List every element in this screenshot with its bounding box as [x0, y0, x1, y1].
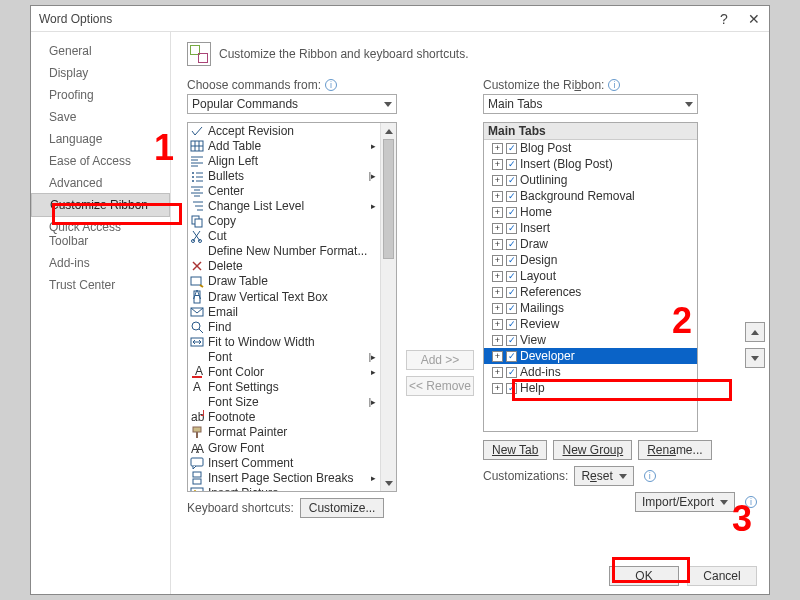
command-item[interactable]: Accept Revision: [188, 123, 380, 138]
sidebar-item-add-ins[interactable]: Add-ins: [31, 252, 170, 274]
tree-node-blog-post[interactable]: +✓Blog Post: [484, 140, 697, 156]
customize-keyboard-button[interactable]: Customize...: [300, 498, 385, 518]
command-item[interactable]: Cut: [188, 229, 380, 244]
checkbox[interactable]: ✓: [506, 287, 517, 298]
expand-icon[interactable]: +: [492, 383, 503, 394]
expand-icon[interactable]: +: [492, 239, 503, 250]
expand-icon[interactable]: +: [492, 207, 503, 218]
help-button[interactable]: ?: [709, 11, 739, 27]
checkbox[interactable]: ✓: [506, 351, 517, 362]
checkbox[interactable]: ✓: [506, 159, 517, 170]
expand-icon[interactable]: +: [492, 223, 503, 234]
sidebar-item-advanced[interactable]: Advanced: [31, 172, 170, 194]
expand-icon[interactable]: +: [492, 351, 503, 362]
scrollbar[interactable]: [380, 123, 396, 491]
command-item[interactable]: Draw Table: [188, 274, 380, 289]
add-button[interactable]: Add >>: [406, 350, 474, 370]
checkbox[interactable]: ✓: [506, 271, 517, 282]
command-item[interactable]: Insert Page Section Breaks▸: [188, 470, 380, 485]
sidebar-item-language[interactable]: Language: [31, 128, 170, 150]
command-item[interactable]: Add Table▸: [188, 138, 380, 153]
tree-node-background-removal[interactable]: +✓Background Removal: [484, 188, 697, 204]
cancel-button[interactable]: Cancel: [687, 566, 757, 586]
expand-icon[interactable]: +: [492, 159, 503, 170]
tree-node-add-ins[interactable]: +✓Add-ins: [484, 364, 697, 380]
tree-node-draw[interactable]: +✓Draw: [484, 236, 697, 252]
command-item[interactable]: ADraw Vertical Text Box: [188, 289, 380, 304]
move-up-button[interactable]: [745, 322, 765, 342]
expand-icon[interactable]: +: [492, 303, 503, 314]
checkbox[interactable]: ✓: [506, 223, 517, 234]
command-item[interactable]: Copy: [188, 214, 380, 229]
command-item[interactable]: ab1Footnote: [188, 410, 380, 425]
expand-icon[interactable]: +: [492, 287, 503, 298]
expand-icon[interactable]: +: [492, 367, 503, 378]
tree-node-layout[interactable]: +✓Layout: [484, 268, 697, 284]
expand-icon[interactable]: +: [492, 143, 503, 154]
reset-dropdown[interactable]: Reset: [574, 466, 633, 486]
checkbox[interactable]: ✓: [506, 255, 517, 266]
tree-node-developer[interactable]: +✓Developer: [484, 348, 697, 364]
choose-commands-dropdown[interactable]: Popular Commands: [187, 94, 397, 114]
command-item[interactable]: Format Painter: [188, 425, 380, 440]
remove-button[interactable]: << Remove: [406, 376, 474, 396]
command-item[interactable]: Define New Number Format...: [188, 244, 380, 259]
scroll-thumb[interactable]: [383, 139, 394, 259]
sidebar-item-general[interactable]: General: [31, 40, 170, 62]
tree-node-insert-blog-post-[interactable]: +✓Insert (Blog Post): [484, 156, 697, 172]
checkbox[interactable]: ✓: [506, 239, 517, 250]
command-item[interactable]: Delete: [188, 259, 380, 274]
sidebar-item-trust-center[interactable]: Trust Center: [31, 274, 170, 296]
commands-listbox[interactable]: Accept RevisionAdd Table▸Align LeftBulle…: [187, 122, 397, 492]
command-item[interactable]: Change List Level▸: [188, 198, 380, 213]
expand-icon[interactable]: +: [492, 271, 503, 282]
checkbox[interactable]: ✓: [506, 303, 517, 314]
tree-node-home[interactable]: +✓Home: [484, 204, 697, 220]
tree-node-view[interactable]: +✓View: [484, 332, 697, 348]
expand-icon[interactable]: +: [492, 191, 503, 202]
move-down-button[interactable]: [745, 348, 765, 368]
tree-node-outlining[interactable]: +✓Outlining: [484, 172, 697, 188]
command-item[interactable]: Fit to Window Width: [188, 334, 380, 349]
command-item[interactable]: Insert Picture: [188, 485, 380, 491]
info-icon[interactable]: i: [644, 470, 656, 482]
sidebar-item-ease-of-access[interactable]: Ease of Access: [31, 150, 170, 172]
sidebar-item-save[interactable]: Save: [31, 106, 170, 128]
expand-icon[interactable]: +: [492, 335, 503, 346]
command-item[interactable]: Insert Comment: [188, 455, 380, 470]
command-item[interactable]: Center: [188, 183, 380, 198]
checkbox[interactable]: ✓: [506, 367, 517, 378]
scroll-down-button[interactable]: [381, 475, 396, 491]
checkbox[interactable]: ✓: [506, 143, 517, 154]
tree-node-review[interactable]: +✓Review: [484, 316, 697, 332]
rename-button[interactable]: Rename...: [638, 440, 711, 460]
command-item[interactable]: Find: [188, 319, 380, 334]
command-item[interactable]: AFont Color▸: [188, 365, 380, 380]
close-button[interactable]: ✕: [739, 11, 769, 27]
tree-node-insert[interactable]: +✓Insert: [484, 220, 697, 236]
checkbox[interactable]: ✓: [506, 207, 517, 218]
ribbon-scope-dropdown[interactable]: Main Tabs: [483, 94, 698, 114]
command-item[interactable]: Font Size|▸: [188, 395, 380, 410]
tree-node-mailings[interactable]: +✓Mailings: [484, 300, 697, 316]
sidebar-item-display[interactable]: Display: [31, 62, 170, 84]
command-item[interactable]: Align Left: [188, 153, 380, 168]
import-export-dropdown[interactable]: Import/Export: [635, 492, 735, 512]
sidebar-item-proofing[interactable]: Proofing: [31, 84, 170, 106]
checkbox[interactable]: ✓: [506, 191, 517, 202]
command-item[interactable]: Bullets|▸: [188, 168, 380, 183]
checkbox[interactable]: ✓: [506, 335, 517, 346]
tree-node-references[interactable]: +✓References: [484, 284, 697, 300]
scroll-up-button[interactable]: [381, 123, 396, 139]
expand-icon[interactable]: +: [492, 319, 503, 330]
command-item[interactable]: AFont Settings: [188, 380, 380, 395]
expand-icon[interactable]: +: [492, 175, 503, 186]
checkbox[interactable]: ✓: [506, 175, 517, 186]
new-tab-button[interactable]: New Tab: [483, 440, 547, 460]
command-item[interactable]: AAGrow Font: [188, 440, 380, 455]
checkbox[interactable]: ✓: [506, 319, 517, 330]
command-item[interactable]: Font|▸: [188, 349, 380, 364]
info-icon[interactable]: i: [325, 79, 337, 91]
command-item[interactable]: Email: [188, 304, 380, 319]
new-group-button[interactable]: New Group: [553, 440, 632, 460]
